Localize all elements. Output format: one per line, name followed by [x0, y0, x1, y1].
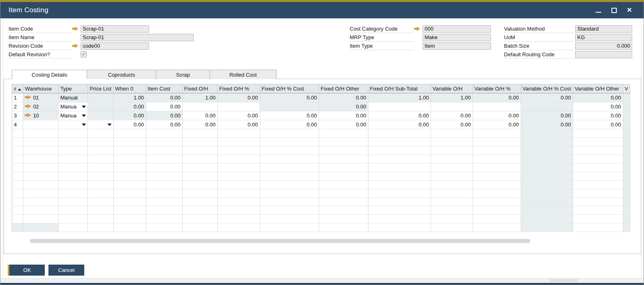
cell-value[interactable]: 0.00	[146, 111, 182, 120]
tab-rolled-cost[interactable]: Rolled Cost	[210, 70, 276, 79]
cell-warehouse[interactable]: 01	[23, 93, 59, 102]
field-item-name[interactable]: Scrap-01	[81, 34, 194, 41]
horizontal-scrollbar-thumb[interactable]	[30, 239, 530, 243]
col-header-fixed-o-h[interactable]: Fixed O/H	[182, 84, 217, 93]
ok-button[interactable]: OK	[8, 265, 45, 276]
resize-grip[interactable]	[549, 279, 578, 282]
field-valuation-method[interactable]: Standard	[575, 25, 632, 33]
cell-price-list[interactable]	[88, 102, 113, 111]
cell-value[interactable]: 0.00	[521, 120, 573, 129]
tab-scrap[interactable]: Scrap	[156, 70, 210, 79]
cell-value[interactable]: 0.00	[573, 102, 623, 111]
cell-value[interactable]: 0.00	[319, 102, 368, 111]
tab-coproducts[interactable]: Coproducts	[87, 70, 156, 79]
link-arrow-icon[interactable]	[25, 113, 31, 119]
col-header-variable-o-h[interactable]: Variable O/H	[431, 84, 473, 93]
field-item-code[interactable]: Scrap-01	[81, 25, 149, 33]
cell-value[interactable]: 0.00	[431, 120, 473, 129]
dropdown-icon[interactable]	[82, 106, 86, 108]
col-header-fixed-o-h-sub-total[interactable]: Fixed O/H Sub-Total	[368, 84, 431, 93]
cell-value[interactable]	[368, 102, 431, 111]
field-cost-category-code[interactable]: 000	[423, 25, 491, 33]
field-mrp-type[interactable]: Make	[423, 34, 491, 41]
col-header-row-number[interactable]: #	[12, 84, 23, 93]
cell-value[interactable]: 0.00	[573, 93, 623, 102]
col-header-variable-o-h-[interactable]: Variable O/H %	[473, 84, 521, 93]
cell-value[interactable]: 0.00	[113, 120, 146, 129]
link-arrow-icon[interactable]	[72, 44, 81, 48]
cell-value[interactable]: 0.00	[521, 93, 573, 102]
cell-value[interactable]: 0.00	[260, 120, 319, 129]
link-arrow-icon[interactable]	[25, 104, 31, 110]
cell-type[interactable]: Manual	[59, 93, 88, 102]
title-bar[interactable]: Item Costing ✕	[0, 2, 644, 18]
col-header-price-list[interactable]: Price List	[88, 84, 113, 93]
cell-value[interactable]	[260, 102, 319, 111]
cell-value[interactable]: 0.00	[431, 111, 473, 120]
field-default-routing-code[interactable]	[575, 51, 632, 58]
tab-costing-details[interactable]: Costing Details	[12, 70, 87, 79]
cell-value[interactable]: 1.00	[431, 93, 473, 102]
close-icon[interactable]: ✕	[626, 7, 633, 14]
cell-value[interactable]: 1.00	[368, 93, 431, 102]
cell-value[interactable]: 0.00	[113, 111, 146, 120]
cell-warehouse[interactable]	[23, 120, 59, 129]
cell-value[interactable]: 0.00	[319, 93, 368, 102]
cell-value[interactable]: 0.00	[217, 93, 260, 102]
cell-value[interactable]: 0.00	[368, 120, 431, 129]
cell-value[interactable]: 0.00	[217, 111, 260, 120]
col-header-when-0[interactable]: When 0	[113, 84, 146, 93]
cell-value[interactable]: 0.00	[182, 111, 217, 120]
cell-value[interactable]: 0.00	[473, 111, 521, 120]
field-item-type[interactable]: Item	[423, 42, 491, 50]
dropdown-icon[interactable]	[82, 124, 86, 126]
col-header-fixed-o-h-cost[interactable]: Fixed O/H % Cost	[260, 84, 319, 93]
cell-value[interactable]: 0.00	[473, 120, 521, 129]
default-revision-checkbox[interactable]: ✔	[81, 51, 87, 57]
cell-value[interactable]: 1.00	[113, 93, 146, 102]
cell-value[interactable]: 0.00	[260, 111, 319, 120]
cell-value[interactable]	[217, 102, 260, 111]
field-uom[interactable]: KG	[575, 34, 632, 41]
cell-value[interactable]	[473, 102, 521, 111]
cell-value[interactable]: 0.00	[319, 120, 368, 129]
maximize-icon[interactable]	[610, 7, 618, 14]
cell-value[interactable]: 0.00	[113, 102, 146, 111]
cell-type[interactable]: Manua	[59, 102, 88, 111]
link-arrow-icon[interactable]	[414, 27, 423, 31]
field-batch-size[interactable]: 0.000	[575, 42, 632, 50]
dropdown-icon[interactable]	[107, 124, 112, 126]
col-header-variable-o-h-other[interactable]: Variable O/H Other	[573, 84, 623, 93]
cell-value[interactable]: 0.00	[146, 102, 182, 111]
cell-warehouse[interactable]: 02	[23, 102, 59, 111]
cell-price-list[interactable]	[88, 111, 113, 120]
col-header-v[interactable]: V	[623, 84, 630, 93]
cell-value[interactable]: 0.00	[573, 111, 623, 120]
dropdown-icon[interactable]	[82, 115, 86, 117]
cell-type[interactable]	[59, 120, 88, 129]
col-header-fixed-o-h-other[interactable]: Fixed O/H Other	[319, 84, 368, 93]
cell-value[interactable]	[521, 102, 573, 111]
cell-type[interactable]: Manua	[59, 111, 88, 120]
col-header-variable-o-h-cost[interactable]: Variable O/H % Cost	[521, 84, 573, 93]
cell-value[interactable]: 0.00	[319, 111, 368, 120]
minimize-icon[interactable]	[595, 7, 602, 14]
col-header-warehouse[interactable]: Warehouse	[23, 84, 59, 93]
cell-value[interactable]: 0.00	[146, 93, 182, 102]
cell-value[interactable]: 0.00	[217, 120, 260, 129]
cell-value[interactable]	[182, 102, 217, 111]
cell-value[interactable]: 0.00	[573, 120, 623, 129]
col-header-type[interactable]: Type	[59, 84, 88, 93]
cell-value[interactable]: 0.00	[368, 111, 431, 120]
cell-value[interactable]: 0.00	[182, 120, 217, 129]
col-header-item-cost[interactable]: Item Cost	[146, 84, 182, 93]
cell-value[interactable]: 0.00	[146, 120, 182, 129]
cell-value[interactable]: 1.00	[182, 93, 217, 102]
field-revision-code[interactable]: code00	[81, 42, 149, 50]
cell-price-list[interactable]	[88, 93, 113, 102]
cell-warehouse[interactable]: 10	[23, 111, 59, 120]
link-arrow-icon[interactable]	[25, 95, 31, 101]
cell-value[interactable]: 0.00	[260, 93, 319, 102]
cell-value[interactable]: 0.00	[521, 111, 573, 120]
cell-value[interactable]: 0.00	[473, 93, 521, 102]
